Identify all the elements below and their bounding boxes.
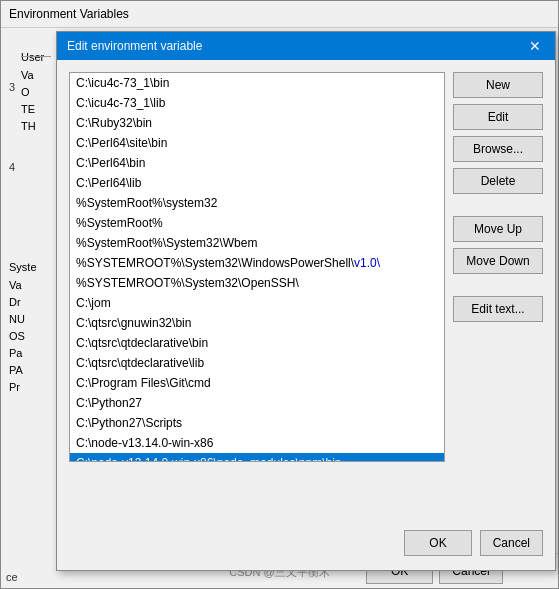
th-label: TH xyxy=(21,120,36,132)
te-label: TE xyxy=(21,103,35,115)
edit-text-button[interactable]: Edit text... xyxy=(453,296,543,322)
list-item[interactable]: %SystemRoot% xyxy=(70,213,444,233)
sys-pa2-label: PA xyxy=(9,364,23,376)
list-item[interactable]: C:\jom xyxy=(70,293,444,313)
list-item[interactable]: %SYSTEMROOT%\System32\WindowsPowerShell\… xyxy=(70,253,444,273)
move-up-button[interactable]: Move Up xyxy=(453,216,543,242)
sys-va-label: Va xyxy=(9,279,22,291)
list-item[interactable]: C:\qtsrc\qtdeclarative\lib xyxy=(70,353,444,373)
user-section-divider xyxy=(21,56,51,57)
dialog-ok-button[interactable]: OK xyxy=(404,530,471,556)
sys-section-label: Syste xyxy=(9,261,37,273)
browse-button[interactable]: Browse... xyxy=(453,136,543,162)
outer-title: Environment Variables xyxy=(9,7,129,21)
dialog-title-bar: Edit environment variable ✕ xyxy=(57,32,555,60)
outer-window: Environment Variables 3 4 User Syste Va … xyxy=(0,0,559,589)
new-button[interactable]: New xyxy=(453,72,543,98)
buttons-panel: New Edit Browse... Delete Move Up Move D… xyxy=(453,72,543,510)
list-item[interactable]: C:\node-v13.14.0-win-x86\node_modules\np… xyxy=(70,453,444,462)
user-section-label: User xyxy=(21,51,44,63)
delete-button[interactable]: Delete xyxy=(453,168,543,194)
list-item[interactable]: C:\Ruby32\bin xyxy=(70,113,444,133)
env-var-list[interactable]: C:\icu4c-73_1\binC:\icu4c-73_1\libC:\Rub… xyxy=(69,72,445,462)
or-label: O xyxy=(21,86,30,98)
list-item[interactable]: %SystemRoot%\system32 xyxy=(70,193,444,213)
list-item[interactable]: C:\Python27\Scripts xyxy=(70,413,444,433)
sys-nu-label: NU xyxy=(9,313,25,325)
list-item[interactable]: C:\Program Files\Git\cmd xyxy=(70,373,444,393)
sys-pr-label: Pr xyxy=(9,381,20,393)
list-item[interactable]: C:\icu4c-73_1\bin xyxy=(70,73,444,93)
list-item[interactable]: C:\icu4c-73_1\lib xyxy=(70,93,444,113)
list-item[interactable]: C:\Perl64\site\bin xyxy=(70,133,444,153)
list-item[interactable]: C:\Python27 xyxy=(70,393,444,413)
var-col-label: Va xyxy=(21,69,34,81)
ce-label: ce xyxy=(6,571,18,583)
edit-env-dialog: Edit environment variable ✕ C:\icu4c-73_… xyxy=(56,31,556,571)
dialog-footer: OK Cancel xyxy=(69,522,543,556)
list-item[interactable]: C:\qtsrc\qtdeclarative\bin xyxy=(70,333,444,353)
dialog-close-button[interactable]: ✕ xyxy=(525,38,545,54)
bg-number-4: 4 xyxy=(9,161,15,173)
sys-dr-label: Dr xyxy=(9,296,21,308)
list-item[interactable]: C:\qtsrc\gnuwin32\bin xyxy=(70,313,444,333)
bg-number-3: 3 xyxy=(9,81,15,93)
list-item[interactable]: C:\Perl64\bin xyxy=(70,153,444,173)
list-item[interactable]: %SystemRoot%\System32\Wbem xyxy=(70,233,444,253)
dialog-title: Edit environment variable xyxy=(67,39,202,53)
list-item[interactable]: C:\Perl64\lib xyxy=(70,173,444,193)
list-item[interactable]: %SYSTEMROOT%\System32\OpenSSH\ xyxy=(70,273,444,293)
dialog-main: C:\icu4c-73_1\binC:\icu4c-73_1\libC:\Rub… xyxy=(69,72,543,510)
move-down-button[interactable]: Move Down xyxy=(453,248,543,274)
sys-os-label: OS xyxy=(9,330,25,342)
outer-title-bar: Environment Variables xyxy=(1,1,558,28)
dialog-body: C:\icu4c-73_1\binC:\icu4c-73_1\libC:\Rub… xyxy=(57,60,555,568)
list-item[interactable]: C:\node-v13.14.0-win-x86 xyxy=(70,433,444,453)
dialog-cancel-button[interactable]: Cancel xyxy=(480,530,543,556)
sys-pa-label: Pa xyxy=(9,347,22,359)
edit-button[interactable]: Edit xyxy=(453,104,543,130)
